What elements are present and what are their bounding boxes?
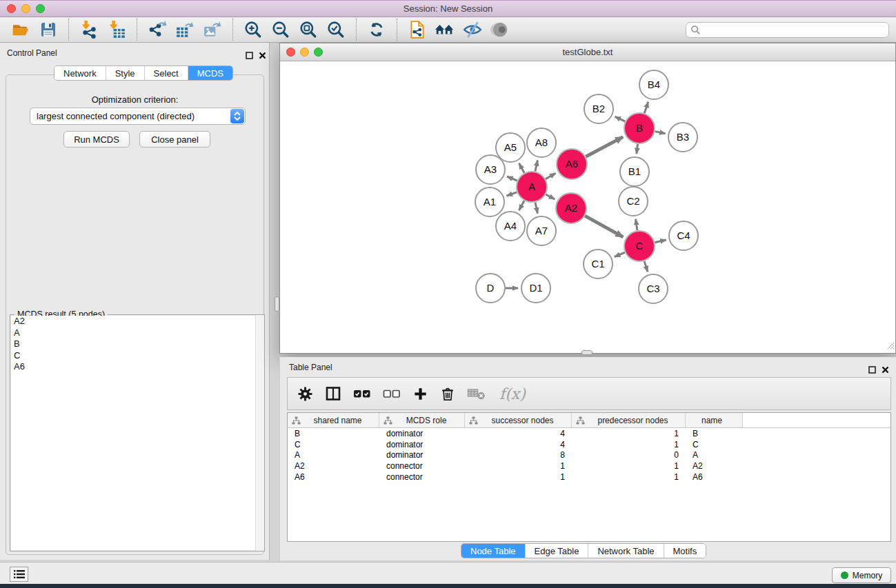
graph-edge-B-B1[interactable] bbox=[637, 144, 638, 154]
graph-edge-A2-C[interactable] bbox=[585, 216, 623, 237]
graph-node-C4[interactable]: C4 bbox=[669, 221, 698, 250]
column-visibility-button[interactable] bbox=[325, 385, 341, 402]
resize-grip-icon[interactable] bbox=[885, 340, 895, 352]
graph-node-C3[interactable]: C3 bbox=[639, 274, 668, 303]
graph-edge-A-A5[interactable] bbox=[519, 163, 524, 173]
result-list-scrollbar[interactable] bbox=[255, 315, 264, 551]
export-network-button[interactable] bbox=[147, 19, 168, 40]
first-neighbors-button[interactable] bbox=[435, 19, 455, 40]
graph-node-A4[interactable]: A4 bbox=[496, 212, 525, 241]
run-mcds-button[interactable]: Run MCDS bbox=[63, 131, 130, 148]
delete-table-button[interactable] bbox=[467, 386, 486, 401]
select-all-rows-button[interactable] bbox=[353, 385, 371, 402]
graph-edge-C-C3[interactable] bbox=[644, 261, 648, 272]
tab-motifs[interactable]: Motifs bbox=[664, 544, 706, 558]
import-table-button[interactable] bbox=[106, 19, 127, 40]
tab-select[interactable]: Select bbox=[144, 66, 188, 80]
search-field[interactable] bbox=[686, 22, 889, 38]
show-all-button[interactable] bbox=[490, 19, 510, 40]
graph-node-A7[interactable]: A7 bbox=[527, 216, 556, 245]
result-list-item[interactable]: A2 bbox=[11, 316, 263, 327]
zoom-in-button[interactable] bbox=[243, 19, 263, 40]
memory-button[interactable]: Memory bbox=[832, 567, 891, 583]
graph-node-A1[interactable]: A1 bbox=[475, 187, 504, 216]
deselect-all-rows-button[interactable] bbox=[383, 385, 401, 402]
graph-edge-C-C2[interactable] bbox=[636, 219, 637, 230]
search-input[interactable] bbox=[701, 25, 884, 34]
tab-edge-table[interactable]: Edge Table bbox=[525, 544, 588, 558]
new-network-from-selection-button[interactable] bbox=[407, 19, 428, 40]
column-header-shared-name[interactable]: shared name bbox=[288, 413, 379, 427]
graph-edge-A6-B[interactable] bbox=[586, 137, 623, 157]
column-header-name[interactable]: name bbox=[686, 413, 743, 427]
graph-node-C1[interactable]: C1 bbox=[584, 250, 613, 278]
save-session-button[interactable] bbox=[38, 19, 59, 40]
result-list-item[interactable]: A6 bbox=[11, 361, 263, 373]
graph-node-A2[interactable]: A2 bbox=[556, 193, 586, 223]
mcds-result-list[interactable]: A2ABCA6 bbox=[11, 316, 263, 550]
result-list-item[interactable]: B bbox=[11, 338, 263, 350]
tab-network-table[interactable]: Network Table bbox=[588, 544, 663, 558]
graph-edge-A-A1[interactable] bbox=[506, 192, 517, 196]
graph-node-B2[interactable]: B2 bbox=[584, 94, 613, 123]
tab-mcds[interactable]: MCDS bbox=[188, 66, 232, 80]
panel-divider-handle[interactable] bbox=[275, 296, 279, 312]
graph-node-B4[interactable]: B4 bbox=[639, 70, 668, 99]
graph-node-A8[interactable]: A8 bbox=[527, 128, 556, 157]
tab-style[interactable]: Style bbox=[106, 66, 144, 80]
column-header-predecessor-nodes[interactable]: predecessor nodes bbox=[572, 413, 686, 427]
export-image-button[interactable] bbox=[202, 19, 223, 40]
graph-node-A3[interactable]: A3 bbox=[476, 155, 505, 184]
show-panels-button[interactable] bbox=[10, 567, 28, 582]
graph-edge-A-A7[interactable] bbox=[535, 202, 538, 213]
tab-network[interactable]: Network bbox=[54, 66, 106, 80]
table-settings-button[interactable] bbox=[297, 386, 313, 402]
function-builder-button[interactable]: f(x) bbox=[499, 385, 526, 403]
table-row[interactable]: A6connector11A6 bbox=[288, 472, 890, 483]
network-canvas[interactable]: A5A8A6A3AA1A4A7A2B2B4BB3B1C2CC4C1C3DD1 bbox=[280, 61, 895, 353]
graph-edge-A-A2[interactable] bbox=[546, 194, 555, 199]
hide-selected-button[interactable] bbox=[462, 19, 483, 40]
criterion-dropdown[interactable]: largest connected component (directed) bbox=[30, 108, 246, 125]
graph-node-C[interactable]: C bbox=[624, 231, 655, 261]
graph-edge-A-A4[interactable] bbox=[519, 201, 524, 210]
close-window-button[interactable] bbox=[7, 4, 16, 13]
table-row[interactable]: Bdominator41B bbox=[288, 428, 890, 439]
graph-node-A5[interactable]: A5 bbox=[496, 133, 525, 162]
close-panel-button[interactable]: Close panel bbox=[139, 131, 210, 148]
table-row[interactable]: Adominator80A bbox=[288, 449, 890, 460]
graph-node-C2[interactable]: C2 bbox=[619, 187, 648, 216]
tab-node-table[interactable]: Node Table bbox=[461, 544, 525, 558]
graph-edge-A-A3[interactable] bbox=[507, 176, 517, 181]
create-column-button[interactable] bbox=[412, 386, 428, 402]
import-network-button[interactable] bbox=[79, 19, 99, 40]
zoom-out-button[interactable] bbox=[270, 19, 291, 40]
close-panel-icon[interactable] bbox=[259, 50, 266, 62]
float-table-panel-icon[interactable] bbox=[868, 364, 876, 376]
graph-edge-C-C4[interactable] bbox=[655, 240, 666, 243]
zoom-window-button[interactable] bbox=[36, 4, 45, 13]
table-row[interactable]: A2connector11A2 bbox=[288, 460, 890, 472]
refresh-button[interactable] bbox=[366, 19, 387, 40]
graph-node-B[interactable]: B bbox=[624, 113, 655, 143]
graph-node-B1[interactable]: B1 bbox=[620, 157, 649, 186]
column-header-MCDS-role[interactable]: MCDS role bbox=[379, 413, 465, 427]
column-header-successor-nodes[interactable]: successor nodes bbox=[465, 413, 572, 427]
graph-edge-C-C1[interactable] bbox=[615, 252, 625, 257]
horizontal-divider-handle[interactable] bbox=[581, 350, 593, 355]
close-table-panel-icon[interactable] bbox=[882, 364, 889, 376]
open-session-button[interactable] bbox=[10, 19, 31, 40]
result-list-item[interactable]: C bbox=[11, 350, 263, 362]
graph-node-A[interactable]: A bbox=[517, 172, 547, 202]
export-table-button[interactable] bbox=[175, 19, 195, 40]
graph-edge-B-B3[interactable] bbox=[655, 132, 666, 134]
graph-node-D[interactable]: D bbox=[476, 274, 505, 303]
result-list-item[interactable]: A bbox=[11, 327, 263, 339]
graph-edge-B-B4[interactable] bbox=[644, 102, 648, 114]
zoom-fit-button[interactable] bbox=[298, 19, 319, 40]
graph-edge-A-A6[interactable] bbox=[546, 173, 556, 179]
minimize-network-window-button[interactable] bbox=[300, 48, 309, 57]
network-window-titlebar[interactable]: testGlobe.txt bbox=[280, 43, 895, 61]
graph-node-D1[interactable]: D1 bbox=[521, 274, 550, 303]
graph-edge-B-B2[interactable] bbox=[615, 116, 625, 121]
